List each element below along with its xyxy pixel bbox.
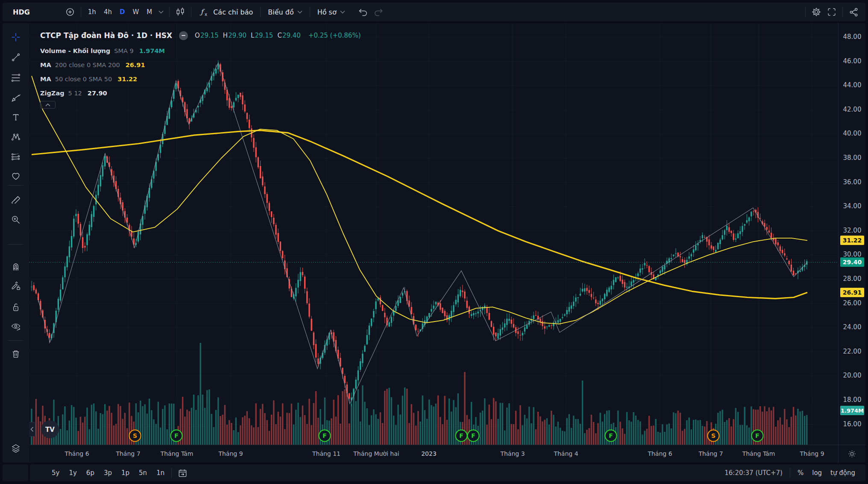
range-5n[interactable]: 5n (135, 467, 151, 478)
toolbar-divider (81, 7, 81, 17)
undo-button[interactable] (355, 5, 371, 19)
svg-text:TV: TV (45, 426, 55, 434)
brush-icon (11, 93, 21, 103)
range-1y[interactable]: 1y (65, 467, 80, 478)
zoom-in-tool-button[interactable] (9, 212, 23, 227)
time-axis-tick: Tháng 3 (500, 450, 525, 457)
ohlc-values: O29.15H29.90L29.15C29.40 (195, 32, 301, 39)
timeframe-d[interactable]: D (116, 6, 129, 18)
fullscreen-button[interactable] (824, 5, 839, 19)
time-axis[interactable]: Tháng 6Tháng 7Tháng TámTháng 9Tháng 11Th… (29, 445, 838, 463)
range-3p[interactable]: 3p (100, 467, 116, 478)
event-badge-S[interactable]: S (708, 430, 719, 442)
price-axis[interactable]: 48.0046.0044.0042.0040.0038.0036.0034.00… (838, 23, 865, 445)
legend-text: SMA 9 (114, 47, 133, 54)
event-badge-F[interactable]: F (319, 430, 331, 442)
timeframe-1h[interactable]: 1h (84, 6, 100, 18)
event-badge-F[interactable]: F (468, 430, 479, 442)
legend-collapse-button[interactable] (40, 101, 56, 109)
legend-indicator-row[interactable]: MA200 close 0 SMA 20026.91 (40, 58, 361, 72)
svg-text:F: F (323, 432, 327, 439)
crosshair-tool-button[interactable] (9, 30, 23, 44)
price-axis-tick: 26.00 (839, 299, 866, 307)
time-axis-tick: Tháng Tám (161, 450, 194, 457)
fib-retracement-tool-button[interactable] (9, 71, 23, 85)
range-6p[interactable]: 6p (82, 467, 98, 478)
tradingview-logo[interactable]: TV (41, 420, 59, 438)
legend-text: 26.91 (126, 62, 145, 68)
indicators-button[interactable]: ƒx Các chỉ báo (194, 4, 257, 20)
goto-date-button[interactable] (175, 466, 190, 480)
event-badge-S[interactable]: S (129, 430, 141, 442)
magnet-tool-button[interactable] (9, 259, 23, 274)
svg-text:F: F (471, 432, 475, 439)
price-axis-tick: 48.00 (839, 33, 866, 41)
axis-settings-button[interactable] (846, 448, 858, 460)
minus-circle-icon[interactable] (179, 31, 188, 40)
gear-icon (811, 7, 821, 17)
range-5y[interactable]: 5y (48, 467, 63, 478)
profile-menu-button[interactable]: Hồ sơ (313, 6, 349, 18)
chart-menu-button[interactable]: Biểu đồ (264, 6, 306, 18)
range-1p[interactable]: 1p (117, 467, 133, 478)
event-badge-F[interactable]: F (171, 430, 182, 442)
clock[interactable]: 16:20:37 (UTC+7) (720, 469, 787, 477)
symbol-button[interactable]: HDG (7, 8, 36, 16)
text-tool-button[interactable] (9, 110, 23, 124)
brush-tool-button[interactable] (9, 91, 23, 105)
xabcd-pattern-tool-button[interactable] (9, 130, 23, 145)
symbol-title[interactable]: CTCP Tập đoàn Hà Đô · 1D · HSX (40, 31, 172, 40)
auto-scale-button[interactable]: tự động (826, 467, 859, 478)
lock-all-tool-button[interactable] (9, 300, 23, 314)
lock-all-icon (11, 302, 21, 312)
hide-all-drawings-tool-button[interactable] (9, 319, 23, 334)
ruler-tool-button[interactable] (9, 191, 23, 206)
settings-button[interactable] (809, 5, 824, 19)
legend-title-row: CTCP Tập đoàn Hà Đô · 1D · HSX O29.15H29… (40, 27, 361, 44)
timeframe-m[interactable]: M (143, 6, 156, 18)
ohlc-l: L29.15 (251, 32, 273, 39)
share-button[interactable] (846, 5, 861, 19)
plus-circle-icon (65, 7, 75, 17)
trend-line-icon (11, 52, 21, 62)
legend-indicator-row[interactable]: MA50 close 0 SMA 5031.22 (40, 72, 361, 86)
emoji-tool-button[interactable] (9, 169, 23, 183)
compare-add-button[interactable] (62, 5, 78, 19)
timeframe-4h[interactable]: 4h (100, 6, 116, 18)
interval-menu-button[interactable] (156, 5, 166, 19)
redo-button[interactable] (371, 5, 386, 19)
sidebar-collapse-button[interactable] (29, 422, 35, 437)
trend-line-tool-button[interactable] (9, 50, 23, 65)
price-axis-tick: 34.00 (839, 202, 866, 210)
toolbar-divider (171, 468, 172, 478)
legend-indicator-row[interactable]: Volume - Khối lượngSMA 91.974M (40, 44, 361, 58)
object-tree-tool-button[interactable] (9, 441, 23, 456)
range-1n[interactable]: 1n (152, 467, 168, 478)
legend-text: 5 12 (68, 90, 82, 97)
log-scale-button[interactable]: log (808, 467, 826, 478)
prediction-measure-tool-button[interactable] (9, 149, 23, 164)
time-axis-tick: Tháng 9 (800, 450, 824, 457)
chart-legend: CTCP Tập đoàn Hà Đô · 1D · HSX O29.15H29… (40, 27, 361, 109)
time-axis-tick: Tháng 9 (218, 450, 243, 457)
legend-indicator-row[interactable]: ZigZag5 1227.90 (40, 86, 361, 100)
edit-lock-tool-button[interactable] (9, 278, 23, 293)
remove-all-tool-button[interactable] (9, 347, 23, 361)
event-badge-F[interactable]: F (752, 430, 763, 442)
object-tree-icon (11, 443, 21, 454)
price-axis-label: 26.91 (840, 288, 864, 297)
event-badge-F[interactable]: F (605, 430, 617, 442)
event-badge-F[interactable]: F (456, 430, 467, 442)
top-toolbar: HDG 1h4hDWM ƒx Các chỉ báo Biểu đồ Hồ sơ (3, 3, 865, 21)
chevron-down-icon (158, 10, 164, 14)
chart-menu-label: Biểu đồ (268, 8, 293, 16)
chart-style-button[interactable] (173, 5, 188, 19)
percent-scale-button[interactable]: % (793, 467, 808, 478)
timeframe-w[interactable]: W (129, 6, 143, 18)
price-axis-tick: 20.00 (839, 372, 866, 379)
emoji-icon (11, 171, 21, 181)
price-axis-tick: 40.00 (839, 130, 866, 137)
crosshair-icon (11, 32, 21, 42)
time-axis-tick: Tháng 4 (554, 450, 578, 457)
bottom-left-stub (3, 464, 28, 481)
